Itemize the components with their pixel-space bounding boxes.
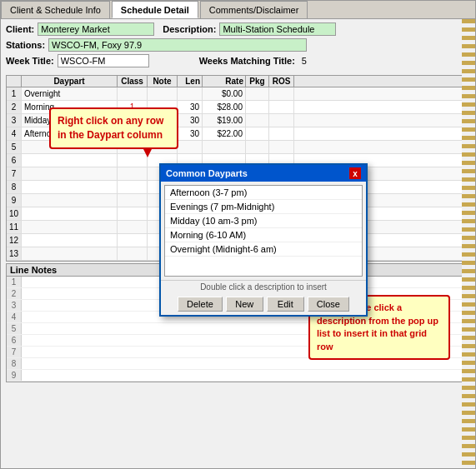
row-num: 3 — [7, 114, 22, 127]
row-num: 10 — [7, 207, 22, 220]
delete-button[interactable]: Delete — [178, 297, 223, 312]
new-button[interactable]: New — [226, 297, 263, 312]
list-item[interactable]: Evenings (7 pm-Midnight) — [165, 200, 362, 214]
week-title-row: Week Title: Weeks Matching Title: 5 — [6, 54, 470, 67]
row-pkg[interactable] — [246, 87, 269, 100]
row-ros[interactable] — [269, 87, 294, 100]
row-num: 4 — [7, 127, 22, 140]
tab-schedule-detail[interactable]: Schedule Detail — [112, 1, 198, 18]
list-item[interactable]: Overnight (Midnight-6 am) — [165, 242, 362, 257]
popup-title: Common Dayparts — [166, 168, 248, 178]
row-len[interactable]: 30 — [178, 114, 203, 127]
row-num: 2 — [7, 101, 22, 113]
ln-num: 6 — [7, 335, 22, 346]
ln-num: 5 — [7, 323, 22, 334]
row-ros[interactable] — [269, 114, 294, 127]
list-item[interactable]: Morning (6-10 AM) — [165, 228, 362, 242]
grid-header: Daypart Class Note Len Rate Pkg ROS — [7, 76, 469, 87]
main-container: Client & Schedule Info Schedule Detail C… — [0, 0, 476, 469]
header-ros: ROS — [269, 76, 294, 87]
common-dayparts-popup: Common Dayparts x Afternoon (3-7 pm) Eve… — [159, 163, 368, 317]
client-input[interactable] — [38, 22, 154, 36]
row-pkg[interactable] — [246, 127, 269, 140]
client-row: Client: Description: — [6, 22, 470, 36]
header-note: Note — [148, 76, 178, 87]
row-extra — [294, 114, 469, 127]
header-daypart: Daypart — [22, 76, 118, 87]
week-title-input[interactable] — [58, 54, 149, 67]
description-label: Description: — [163, 24, 216, 34]
row-rate[interactable]: $19.00 — [203, 114, 246, 127]
row-num: 11 — [7, 221, 22, 233]
row-extra — [294, 127, 469, 140]
weeks-matching-label: Weeks Matching Title: — [199, 56, 295, 66]
ln-num: 8 — [7, 358, 22, 369]
row-num: 6 — [7, 154, 22, 167]
callout-right-click: Right click on any row in the Daypart co… — [49, 107, 178, 149]
week-title-label: Week Title: — [6, 56, 54, 66]
row-num: 8 — [7, 181, 22, 193]
jagged-edge — [462, 19, 475, 468]
row-len[interactable] — [178, 87, 203, 100]
list-item[interactable]: Midday (10 am-3 pm) — [165, 214, 362, 228]
ln-cell[interactable] — [22, 370, 469, 381]
row-num: 9 — [7, 194, 22, 207]
popup-close-button[interactable]: x — [349, 167, 361, 179]
row-num: 12 — [7, 234, 22, 247]
header-pkg: Pkg — [246, 76, 269, 87]
row-ros[interactable] — [269, 127, 294, 140]
tab-bar: Client & Schedule Info Schedule Detail C… — [1, 1, 475, 19]
ln-num: 3 — [7, 300, 22, 311]
header-len: Len — [178, 76, 203, 87]
close-dialog-button[interactable]: Close — [308, 297, 349, 312]
row-len[interactable]: 30 — [178, 127, 203, 140]
row-class[interactable] — [118, 87, 148, 100]
header-extra — [294, 76, 469, 87]
header-rate: Rate — [203, 76, 246, 87]
row-num: 1 — [7, 87, 22, 100]
ln-num: 9 — [7, 370, 22, 381]
row-len[interactable]: 30 — [178, 101, 203, 113]
form-section: Client: Description: Stations: Week Titl… — [1, 19, 475, 73]
tab-client-schedule-info[interactable]: Client & Schedule Info — [1, 1, 110, 18]
row-note[interactable] — [148, 87, 178, 100]
header-class: Class — [118, 76, 148, 87]
grid-row[interactable]: 1 Overnight $0.00 — [7, 87, 469, 101]
weeks-matching-value: 5 — [302, 56, 307, 66]
row-extra — [294, 101, 469, 113]
client-label: Client: — [6, 24, 34, 34]
ln-num: 1 — [7, 277, 22, 287]
callout-arrow-down — [143, 149, 152, 157]
popup-button-bar: Delete New Edit Close — [161, 293, 366, 315]
popup-list[interactable]: Afternoon (3-7 pm) Evenings (7 pm-Midnig… — [164, 185, 363, 277]
row-num: 5 — [7, 141, 22, 153]
stations-label: Stations: — [6, 40, 45, 50]
stations-input[interactable] — [48, 38, 307, 52]
row-rate[interactable]: $28.00 — [203, 101, 246, 113]
popup-titlebar: Common Dayparts x — [161, 165, 366, 182]
list-item[interactable]: Afternoon (3-7 pm) — [165, 186, 362, 200]
description-input[interactable] — [219, 22, 336, 36]
row-pkg[interactable] — [246, 114, 269, 127]
row-num: 13 — [7, 247, 22, 260]
row-daypart[interactable]: Overnight — [22, 87, 118, 100]
ln-num: 4 — [7, 312, 22, 322]
popup-status-text: Double click a description to insert — [161, 280, 366, 293]
header-num — [7, 76, 22, 87]
stations-row: Stations: — [6, 38, 470, 52]
ln-row[interactable]: 8 — [7, 358, 469, 370]
row-pkg[interactable] — [246, 101, 269, 113]
ln-num: 2 — [7, 288, 22, 299]
row-num: 7 — [7, 167, 22, 180]
tab-comments-disclaimer[interactable]: Comments/Disclaimer — [200, 1, 308, 18]
row-rate[interactable]: $22.00 — [203, 127, 246, 140]
edit-button[interactable]: Edit — [267, 297, 304, 312]
row-ros[interactable] — [269, 101, 294, 113]
row-extra — [294, 87, 469, 100]
ln-num: 7 — [7, 347, 22, 357]
row-rate[interactable]: $0.00 — [203, 87, 246, 100]
ln-row[interactable]: 9 — [7, 370, 469, 382]
